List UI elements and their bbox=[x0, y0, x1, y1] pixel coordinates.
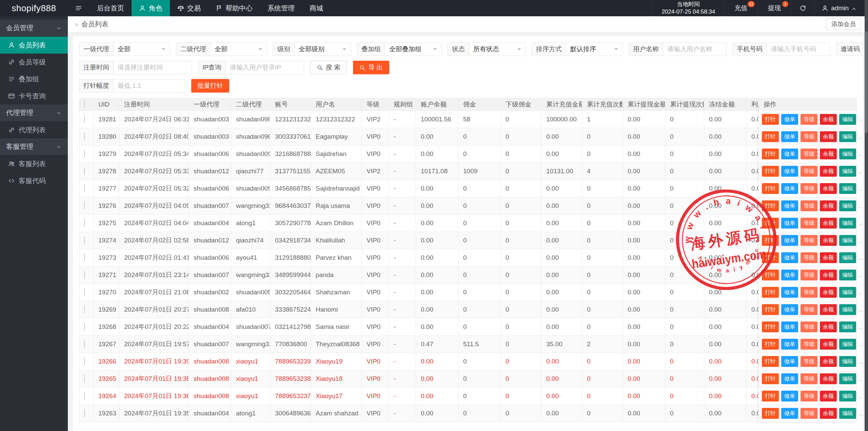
action-5-button[interactable]: 编辑 bbox=[839, 270, 856, 280]
action-1-button[interactable]: 打针 bbox=[762, 131, 779, 142]
action-1-button[interactable]: 打针 bbox=[762, 321, 779, 332]
sidebar-section-3[interactable]: 客服管理 bbox=[0, 138, 68, 155]
sidebar-item-1-3[interactable]: 叠加组 bbox=[0, 71, 68, 87]
row-checkbox[interactable] bbox=[84, 150, 85, 158]
action-4-button[interactable]: 余额 bbox=[820, 339, 837, 350]
action-5-button[interactable]: 编辑 bbox=[839, 373, 856, 384]
action-3-button[interactable]: 等级 bbox=[801, 356, 817, 367]
action-1-button[interactable]: 打针 bbox=[762, 252, 779, 263]
action-3-button[interactable]: 等级 bbox=[801, 183, 817, 194]
more-actions-link[interactable]: ... bbox=[859, 168, 863, 175]
action-5-button[interactable]: 编辑 bbox=[839, 252, 856, 263]
action-3-button[interactable]: 等级 bbox=[801, 200, 817, 211]
action-2-button[interactable]: 做单 bbox=[781, 339, 798, 350]
row-checkbox[interactable] bbox=[84, 340, 85, 348]
action-3-button[interactable]: 等级 bbox=[801, 304, 817, 315]
action-3-button[interactable]: 等级 bbox=[801, 373, 817, 384]
sidebar-item-3-2[interactable]: 客服代码 bbox=[0, 172, 68, 189]
row-checkbox[interactable] bbox=[84, 271, 85, 279]
action-5-button[interactable]: 编辑 bbox=[839, 321, 856, 332]
more-actions-link[interactable]: ... bbox=[859, 202, 863, 210]
more-actions-link[interactable]: ... bbox=[859, 219, 863, 227]
batch-needle-button[interactable]: 批量打针 bbox=[191, 79, 229, 93]
action-3-button[interactable]: 等级 bbox=[801, 339, 817, 350]
action-1-button[interactable]: 打针 bbox=[762, 235, 779, 246]
more-actions-link[interactable]: ... bbox=[859, 271, 863, 279]
filter-text-input-1[interactable] bbox=[663, 43, 726, 56]
action-1-button[interactable]: 打针 bbox=[762, 287, 779, 298]
action-1-button[interactable]: 打针 bbox=[762, 339, 779, 350]
filter-select-value[interactable]: 所有状态 bbox=[469, 43, 525, 56]
action-3-button[interactable]: 等级 bbox=[801, 408, 817, 419]
more-actions-link[interactable]: ... bbox=[859, 340, 863, 348]
sidebar-item-1-1[interactable]: 会员列表 bbox=[0, 37, 68, 54]
action-1-button[interactable]: 打针 bbox=[762, 304, 779, 315]
action-2-button[interactable]: 做单 bbox=[781, 183, 798, 194]
search-button[interactable]: 搜 索 bbox=[310, 61, 347, 74]
action-2-button[interactable]: 做单 bbox=[781, 408, 798, 419]
action-4-button[interactable]: 余额 bbox=[820, 270, 837, 280]
select-all-checkbox[interactable] bbox=[84, 100, 85, 108]
action-5-button[interactable]: 编辑 bbox=[839, 166, 856, 177]
sidebar-collapse-button[interactable] bbox=[68, 0, 90, 16]
filter-select-value[interactable]: 全部级别 bbox=[295, 43, 351, 56]
filter-select-value[interactable]: 全部 bbox=[211, 43, 267, 56]
row-checkbox[interactable] bbox=[84, 236, 85, 244]
user-menu[interactable]: admin bbox=[815, 0, 863, 16]
action-1-button[interactable]: 打针 bbox=[762, 356, 779, 367]
action-1-button[interactable]: 打针 bbox=[762, 270, 779, 280]
action-2-button[interactable]: 做单 bbox=[781, 114, 798, 125]
row-checkbox[interactable] bbox=[84, 323, 85, 331]
action-4-button[interactable]: 余额 bbox=[820, 200, 837, 211]
action-5-button[interactable]: 编辑 bbox=[839, 149, 856, 159]
sidebar-section-1[interactable]: 会员管理 bbox=[0, 20, 68, 37]
sidebar-item-1-4[interactable]: 卡号查询 bbox=[0, 87, 68, 104]
row-checkbox[interactable] bbox=[84, 115, 85, 123]
action-1-button[interactable]: 打针 bbox=[762, 408, 779, 419]
row-checkbox[interactable] bbox=[84, 184, 85, 192]
action-4-button[interactable]: 余额 bbox=[820, 373, 837, 384]
action-4-button[interactable]: 余额 bbox=[820, 131, 837, 142]
more-actions-link[interactable]: ... bbox=[859, 358, 863, 365]
action-4-button[interactable]: 余额 bbox=[820, 114, 837, 125]
sidebar-item-2-1[interactable]: 代理列表 bbox=[0, 121, 68, 138]
action-3-button[interactable]: 等级 bbox=[801, 252, 817, 263]
row-checkbox[interactable] bbox=[84, 375, 85, 383]
row-checkbox[interactable] bbox=[84, 288, 85, 296]
action-5-button[interactable]: 编辑 bbox=[839, 131, 856, 142]
recharge-menu[interactable]: 充值 11 bbox=[724, 0, 757, 16]
vertical-scrollbar[interactable] bbox=[865, 0, 868, 431]
action-5-button[interactable]: 编辑 bbox=[839, 183, 856, 194]
action-2-button[interactable]: 做单 bbox=[781, 252, 798, 263]
action-5-button[interactable]: 编辑 bbox=[839, 304, 856, 315]
sidebar-section-2[interactable]: 代理管理 bbox=[0, 104, 68, 121]
action-3-button[interactable]: 等级 bbox=[801, 321, 817, 332]
scrollbar-thumb[interactable] bbox=[865, 31, 868, 133]
action-4-button[interactable]: 余额 bbox=[820, 235, 837, 246]
filter-select-value[interactable]: 默认排序 bbox=[566, 43, 622, 56]
filter-select-value[interactable]: 全部 bbox=[114, 43, 170, 56]
action-1-button[interactable]: 打针 bbox=[762, 391, 779, 401]
action-5-button[interactable]: 编辑 bbox=[839, 408, 856, 419]
action-2-button[interactable]: 做单 bbox=[781, 166, 798, 177]
action-5-button[interactable]: 编辑 bbox=[839, 391, 856, 401]
sidebar-item-1-2[interactable]: 会员等级 bbox=[0, 54, 68, 71]
action-5-button[interactable]: 编辑 bbox=[839, 218, 856, 229]
withdraw-menu[interactable]: 提现 1 bbox=[758, 0, 791, 16]
action-4-button[interactable]: 余额 bbox=[820, 183, 837, 194]
action-2-button[interactable]: 做单 bbox=[781, 218, 798, 229]
action-4-button[interactable]: 余额 bbox=[820, 252, 837, 263]
nav-menu-3[interactable]: 交易 bbox=[170, 0, 208, 16]
action-4-button[interactable]: 余额 bbox=[820, 408, 837, 419]
action-5-button[interactable]: 编辑 bbox=[839, 235, 856, 246]
action-3-button[interactable]: 等级 bbox=[801, 391, 817, 401]
row-checkbox[interactable] bbox=[84, 133, 85, 140]
action-3-button[interactable]: 等级 bbox=[801, 235, 817, 246]
nav-menu-2[interactable]: 角色 bbox=[132, 0, 170, 16]
action-2-button[interactable]: 做单 bbox=[781, 149, 798, 159]
action-4-button[interactable]: 余额 bbox=[820, 166, 837, 177]
filter-select-value[interactable]: 全部叠加组 bbox=[385, 43, 441, 56]
action-1-button[interactable]: 打针 bbox=[762, 114, 779, 125]
action-3-button[interactable]: 等级 bbox=[801, 149, 817, 159]
action-5-button[interactable]: 编辑 bbox=[839, 339, 856, 350]
